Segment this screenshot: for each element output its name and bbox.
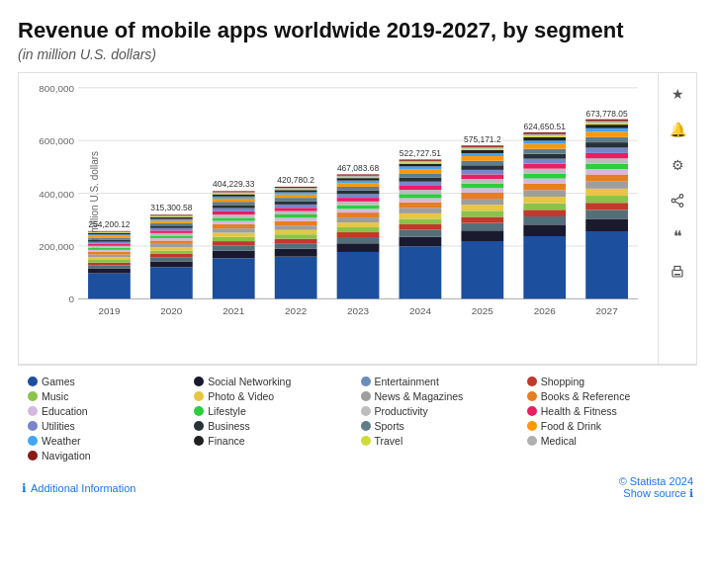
svg-rect-74: [213, 194, 255, 195]
svg-rect-102: [337, 252, 380, 298]
svg-text:2027: 2027: [596, 306, 619, 317]
svg-rect-224: [674, 274, 680, 276]
svg-text:673,778.05: 673,778.05: [586, 109, 629, 119]
legend-dot: [28, 451, 38, 461]
legend-item: Travel: [361, 435, 521, 447]
svg-rect-56: [213, 259, 255, 299]
legend-label: Medical: [541, 435, 577, 447]
svg-rect-206: [585, 148, 628, 153]
svg-rect-200: [585, 182, 628, 189]
svg-rect-139: [400, 174, 442, 178]
svg-rect-186: [523, 144, 566, 149]
svg-text:2025: 2025: [472, 306, 494, 317]
quote-button[interactable]: ❝: [665, 223, 690, 249]
additional-info-link[interactable]: ℹ Additional Information: [22, 481, 135, 495]
svg-rect-175: [523, 204, 566, 210]
svg-rect-50: [150, 217, 193, 219]
svg-text:2022: 2022: [285, 306, 308, 317]
svg-rect-67: [213, 211, 255, 214]
svg-text:2019: 2019: [98, 306, 121, 317]
svg-text:467,083.68: 467,083.68: [337, 163, 380, 173]
svg-rect-154: [461, 199, 503, 205]
svg-rect-88: [275, 214, 317, 217]
show-source-link[interactable]: Show source ℹ: [619, 487, 693, 500]
svg-rect-173: [523, 216, 566, 224]
svg-rect-16: [88, 255, 131, 258]
legend-dot: [361, 436, 371, 446]
svg-rect-97: [275, 190, 317, 191]
chart-sidebar: ★ 🔔 ⚙ ❝: [658, 73, 696, 364]
svg-rect-79: [275, 257, 317, 299]
svg-rect-113: [337, 199, 380, 203]
svg-rect-41: [150, 238, 193, 241]
legend-label: Productivity: [375, 405, 428, 417]
svg-rect-63: [213, 224, 255, 228]
svg-rect-150: [461, 223, 503, 231]
legend-dot: [28, 377, 38, 386]
svg-text:2024: 2024: [409, 306, 432, 317]
svg-rect-199: [585, 189, 628, 196]
svg-rect-62: [213, 229, 255, 233]
svg-rect-161: [461, 166, 503, 171]
share-button[interactable]: [665, 188, 690, 213]
svg-rect-119: [337, 179, 380, 181]
svg-rect-106: [337, 227, 380, 232]
legend-item: Books & Reference: [527, 390, 687, 402]
svg-rect-17: [88, 252, 131, 255]
svg-rect-80: [275, 249, 317, 257]
svg-rect-36: [150, 254, 193, 257]
svg-rect-29: [88, 232, 131, 233]
svg-rect-34: [150, 262, 193, 268]
legend-label: Games: [42, 376, 75, 387]
svg-rect-23: [88, 240, 131, 242]
svg-rect-105: [337, 232, 380, 237]
svg-rect-125: [400, 247, 442, 299]
legend-grid: GamesSocial NetworkingEntertainmentShopp…: [28, 376, 687, 462]
svg-rect-135: [400, 191, 442, 195]
legend-dot: [194, 436, 204, 446]
svg-rect-25: [88, 236, 131, 238]
svg-rect-51: [150, 216, 193, 217]
svg-rect-168: [461, 146, 503, 148]
svg-rect-144: [400, 161, 442, 162]
legend-label: Finance: [208, 435, 244, 447]
legend-label: Entertainment: [375, 376, 439, 387]
chart-inner: 0200,000400,000600,000800,000254,200.122…: [78, 87, 648, 354]
svg-rect-108: [337, 217, 380, 222]
svg-rect-26: [88, 235, 131, 236]
legend-label: Education: [42, 405, 88, 417]
svg-rect-213: [585, 122, 628, 124]
svg-rect-37: [150, 251, 193, 254]
legend-item: Photo & Video: [194, 390, 354, 402]
print-button[interactable]: [665, 259, 690, 285]
svg-rect-33: [150, 268, 193, 299]
legend-label: Shopping: [541, 376, 584, 387]
svg-rect-28: [88, 233, 131, 234]
settings-button[interactable]: ⚙: [665, 152, 690, 178]
svg-rect-110: [337, 210, 380, 213]
svg-line-220: [675, 198, 680, 201]
svg-text:404,229.33: 404,229.33: [213, 180, 255, 190]
svg-text:200,000: 200,000: [39, 241, 74, 252]
svg-rect-177: [523, 191, 566, 198]
svg-rect-159: [461, 175, 503, 180]
svg-rect-115: [337, 191, 380, 195]
legend-item: Finance: [194, 435, 354, 447]
favorite-button[interactable]: ★: [665, 81, 690, 107]
legend-label: News & Magazines: [375, 390, 464, 402]
svg-rect-53: [150, 215, 193, 216]
alert-button[interactable]: 🔔: [665, 117, 690, 142]
svg-rect-126: [400, 237, 442, 247]
svg-rect-14: [88, 260, 131, 263]
svg-rect-121: [337, 176, 380, 177]
svg-rect-81: [275, 244, 317, 250]
legend-dot: [194, 377, 204, 386]
legend-dot: [527, 391, 537, 401]
svg-rect-44: [150, 231, 193, 234]
svg-rect-138: [400, 178, 442, 182]
svg-rect-57: [213, 251, 255, 259]
svg-rect-211: [585, 126, 628, 129]
svg-rect-109: [337, 212, 380, 217]
svg-rect-176: [523, 197, 566, 204]
svg-rect-49: [150, 219, 193, 221]
